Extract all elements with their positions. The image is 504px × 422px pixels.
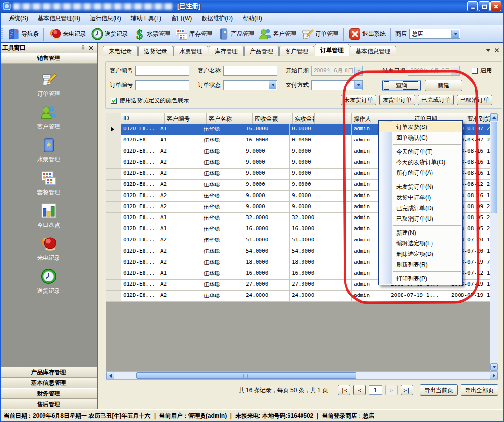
toolbar-button[interactable]: $ 水票管理 [130,26,173,42]
tab[interactable]: 产品管理 [244,46,279,56]
scroll-up-icon[interactable] [490,113,498,121]
sidebar-item[interactable]: 水票管理 [0,137,97,163]
tab[interactable]: 订单管理 [315,44,349,56]
tab[interactable]: 来电记录 [103,46,138,56]
toolbar-button[interactable]: 送货记录 [88,26,130,42]
order-status-filter-button[interactable]: 已完成订单 [418,95,454,105]
toolbar-button[interactable]: 库存管理 [173,26,215,42]
enable-date-checkbox[interactable] [472,68,478,74]
scroll-down-icon[interactable] [490,363,498,371]
maximize-button[interactable] [479,1,490,11]
order-status-filter-button[interactable]: 发货中订单 [379,95,415,105]
menu-item[interactable]: 基本信息管理(B) [33,13,85,25]
context-menu-item[interactable]: 今天的订单(T) [379,146,462,157]
start-date-picker[interactable]: 2009年 6月 8日 [311,66,363,76]
sidebar-section[interactable]: 售后管理 [0,399,97,409]
context-menu-item[interactable]: 发货中订单(I) [379,192,462,203]
toolbar-button[interactable]: 客户管理 [257,26,299,42]
close-icon[interactable] [494,47,499,54]
toolbar-button[interactable]: 退出系统 [346,26,388,42]
context-menu-item[interactable]: 删除选定项(D) [379,249,462,259]
column-header[interactable] [315,113,352,124]
sidebar-section-sales[interactable]: 销售管理 [0,53,97,64]
tab[interactable]: 库存管理 [209,46,244,56]
context-menu-item[interactable]: 订单发货(S) [379,122,462,132]
first-page-button[interactable]: |< [338,385,350,395]
column-header[interactable]: 应收金额 [253,113,293,124]
sidebar-section[interactable]: 基本信息管理 [0,378,97,388]
export-all-pages-button[interactable]: 导出全部页 [461,384,498,396]
tab[interactable]: 送货记录 [138,46,173,56]
chevron-down-icon[interactable] [486,49,490,54]
order-status-select[interactable] [223,80,277,90]
page-number-input[interactable] [369,385,382,395]
sidebar-item[interactable]: 客户管理 [0,104,97,130]
next-page-button[interactable]: > [385,385,398,395]
column-header[interactable]: 客户编号 [165,113,207,124]
menu-item[interactable]: 辅助工具(T) [126,13,166,25]
sidebar-item[interactable]: 送货记录 [0,268,97,295]
context-menu-item[interactable]: 回单确认(C) [379,132,462,143]
customer-name-input[interactable] [223,66,277,76]
shop-select[interactable]: 总店 [409,29,460,39]
sidebar-section[interactable]: 财务管理 [0,388,97,399]
tab[interactable]: 水票管理 [173,46,208,56]
order-status-filter-button[interactable]: 已取消订单 [457,95,492,105]
context-menu-item[interactable]: 未发货订单(N) [379,182,462,192]
context-menu-item[interactable]: 所有的订单(A) [379,168,462,178]
sidebar-item[interactable]: 今日盘点 [0,202,97,229]
context-menu-item[interactable]: 已取消订单(U) [379,213,462,224]
context-menu-item[interactable]: 新建(N) [379,227,462,238]
table-row[interactable]: 012D-E8... A2 伍华聪 24.0000 24.0000 admin … [106,291,498,302]
sidebar-item[interactable]: 订单管理 [0,71,97,98]
pay-method-select[interactable] [311,80,363,90]
vertical-scrollbar[interactable] [490,113,498,371]
order-code-input[interactable] [135,80,189,90]
menu-item[interactable]: 系统(S) [4,13,33,25]
last-page-button[interactable]: >| [401,385,413,395]
toolbar-button-label: 订单管理 [315,30,338,38]
context-menu-item[interactable]: 刷新列表(R) [379,259,462,270]
context-menu-item[interactable]: 今天的发货订单(O) [379,157,462,168]
context-menu-item[interactable]: 打印列表(P) [379,273,462,284]
context-menu-item[interactable]: 编辑选定项(E) [379,238,462,249]
new-button[interactable]: 新建 [425,80,462,91]
export-current-page-button[interactable]: 导出当前页 [420,384,458,396]
sidebar-item[interactable]: 套餐管理 [0,169,97,196]
chevron-down-icon[interactable] [269,81,276,89]
tab[interactable]: 基本信息管理 [350,46,396,56]
close-button[interactable] [490,1,501,11]
chevron-down-icon[interactable] [451,30,459,38]
order-status-filter-button[interactable]: 未发货订单 [341,95,376,105]
scroll-right-icon[interactable] [490,372,498,379]
vertical-scroll-thumb[interactable] [491,122,497,213]
menu-item[interactable]: 数据维护(D) [197,13,238,25]
column-header[interactable]: ID [121,113,165,124]
customer-code-input[interactable] [135,66,189,76]
scroll-left-icon[interactable] [106,372,114,379]
column-header[interactable]: 客户名称 [207,113,253,124]
horizontal-scroll-thumb[interactable] [136,372,356,379]
query-button[interactable]: 查询 [382,80,421,91]
cell-customer-name: 伍华聪 [202,246,244,257]
menu-item[interactable]: 帮助(H) [238,13,267,25]
toolbar-button[interactable]: 来电记录 [46,26,88,42]
menu-item[interactable]: 运行信息(R) [85,13,126,25]
toolbar-button[interactable]: 产品管理 [215,26,257,42]
close-icon[interactable] [87,44,95,52]
menu-item[interactable]: 窗口(W) [166,13,197,25]
sidebar-item[interactable]: 来电记录 [0,235,97,262]
context-menu-item[interactable]: 已完成订单(D) [379,203,462,213]
delivery-color-checkbox[interactable] [111,98,117,104]
end-date-picker[interactable]: 2009年 6月 8日 [408,66,460,76]
column-header[interactable]: 实收金额 [293,113,315,124]
chevron-down-icon[interactable] [354,81,362,89]
pin-icon[interactable] [79,44,86,52]
toolbar-button[interactable]: 订单管理 [299,26,341,42]
prev-page-button[interactable]: < [353,385,366,395]
minimize-button[interactable] [467,1,478,11]
tab[interactable]: 客户管理 [279,46,314,56]
sidebar-section[interactable]: 产品库存管理 [0,367,97,378]
horizontal-scrollbar[interactable] [106,371,498,380]
toolbar-button[interactable]: 导航条 [5,26,41,42]
